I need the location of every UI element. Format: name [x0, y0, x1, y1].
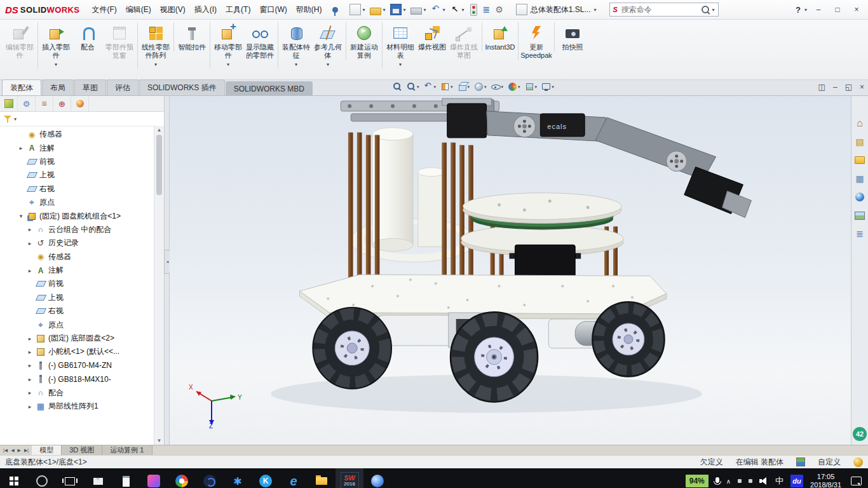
menu-item[interactable]: 视图(V): [156, 2, 190, 18]
microphone-icon[interactable]: [715, 477, 719, 483]
expand-arrow-icon[interactable]: ▸: [27, 268, 33, 274]
taskpane-button[interactable]: [854, 136, 865, 147]
taskpane-button[interactable]: [854, 191, 865, 203]
panel-tab-icon[interactable]: [36, 97, 53, 111]
netdisk-app[interactable]: ✱: [224, 468, 252, 488]
chevron-down-icon[interactable]: ▾: [804, 7, 807, 13]
tree-item[interactable]: ▸ (-) GB6170-M4-ZN: [0, 359, 164, 372]
ribbon-button[interactable]: 新建运动算例: [346, 22, 380, 60]
panel-tab-icon[interactable]: [18, 97, 36, 111]
pin-icon[interactable]: [332, 7, 338, 13]
menu-item[interactable]: 窗口(W): [255, 2, 291, 18]
tree-item[interactable]: 前视: [0, 277, 164, 290]
expand-arrow-icon[interactable]: ▾: [18, 213, 24, 219]
panel-tab-icon[interactable]: [0, 97, 18, 111]
taskpane-button[interactable]: [854, 228, 865, 240]
tree-item[interactable]: ▸ 注解: [0, 141, 164, 154]
expand-arrow-icon[interactable]: ▸: [27, 349, 33, 355]
tree-item[interactable]: 传感器: [0, 250, 164, 264]
ribbon-button[interactable]: 装配体特征 ▾: [278, 22, 312, 69]
ribbon-button[interactable]: 材料明细表 ▾: [382, 22, 416, 69]
color-app[interactable]: [140, 468, 168, 488]
action-center-icon[interactable]: [851, 477, 862, 485]
ribbon-button[interactable]: 线性零部件阵列 ▾: [137, 22, 172, 69]
tab-nav-arrow-icon[interactable]: |◀: [3, 448, 8, 453]
hud-button[interactable]: ▾: [474, 82, 487, 92]
menu-item[interactable]: 工具(T): [221, 2, 255, 18]
expand-arrow-icon[interactable]: ▸: [27, 226, 33, 233]
hud-button[interactable]: [393, 82, 402, 92]
notes-app[interactable]: [112, 468, 140, 488]
command-tab[interactable]: 布局: [42, 79, 74, 95]
toolbar-button[interactable]: ▾: [408, 3, 428, 16]
taskpane-button[interactable]: [854, 173, 865, 184]
tree-item[interactable]: ▸ 云台组合 中的配合: [0, 223, 164, 236]
hud-button[interactable]: ▾: [508, 82, 520, 92]
menu-item[interactable]: 帮助(H): [292, 2, 327, 18]
ribbon-button[interactable]: 智能扣件: [173, 22, 208, 51]
ribbon-button[interactable]: 参考几何体 ▾: [312, 22, 344, 69]
expand-arrow-icon[interactable]: ▸: [27, 362, 33, 369]
toolbar-button[interactable]: ▾: [367, 3, 388, 17]
document-title[interactable]: 总体装配体1.SL... ▾: [512, 3, 600, 17]
taskpane-button[interactable]: [854, 210, 865, 221]
toolbar-button[interactable]: ▾: [447, 3, 466, 16]
doc-minimize-icon[interactable]: –: [833, 83, 837, 92]
bottom-tab[interactable]: 模型: [32, 445, 62, 455]
tree-item[interactable]: 原点: [0, 318, 164, 331]
ribbon-button[interactable]: 配合: [72, 22, 104, 51]
tree-item[interactable]: ▸ (固定) 底部圆盘<2>: [0, 332, 164, 345]
tray-icon[interactable]: [749, 479, 752, 483]
tree-item[interactable]: 右视: [0, 304, 164, 318]
tree-item[interactable]: ▸ 历史记录: [0, 236, 164, 250]
command-tab[interactable]: 草图: [74, 79, 106, 95]
tree-item[interactable]: 原点: [0, 196, 164, 209]
tree-item[interactable]: 传感器: [0, 128, 164, 141]
hud-button[interactable]: ▾: [424, 82, 437, 92]
command-tab[interactable]: SOLIDWORKS 插件: [139, 79, 225, 95]
ribbon-button[interactable]: 插入零部件 ▾: [37, 22, 72, 69]
ribbon-button[interactable]: 更新Speedpak: [518, 22, 552, 60]
bottom-tab[interactable]: 运动算例 1: [102, 445, 152, 455]
tree-item[interactable]: ▸ 注解: [0, 264, 164, 277]
search-input[interactable]: [620, 4, 700, 15]
ribbon-button[interactable]: 爆炸视图: [416, 22, 448, 51]
window-minimize-icon[interactable]: –: [811, 5, 826, 14]
ribbon-button[interactable]: 移动零部件 ▾: [210, 22, 244, 69]
options-gear-icon[interactable]: ⚙: [495, 4, 503, 15]
mail-app[interactable]: [84, 468, 112, 488]
command-search[interactable]: S ▾: [609, 3, 719, 17]
toolbar-button[interactable]: ▾: [347, 3, 367, 17]
status-ball-icon[interactable]: [853, 458, 863, 467]
command-tab[interactable]: 装配体: [2, 79, 41, 95]
tree-item[interactable]: 前视: [0, 155, 164, 168]
scrollbar-thumb[interactable]: [156, 135, 162, 195]
baidu-ime-icon[interactable]: du: [790, 475, 803, 487]
window-maximize-icon[interactable]: □: [830, 5, 845, 14]
command-tab[interactable]: SOLIDWORKS MBD: [226, 81, 313, 95]
tree-item[interactable]: ▸ 局部线性阵列1: [0, 400, 164, 413]
expand-arrow-icon[interactable]: ▸: [27, 403, 33, 410]
tab-nav-arrow-icon[interactable]: ▶: [17, 448, 22, 453]
toolbar-button[interactable]: ▾: [428, 3, 447, 16]
hud-button[interactable]: ▾: [407, 82, 419, 92]
help-icon[interactable]: ?: [796, 5, 801, 15]
tree-scrollbar[interactable]: ▲ ▼: [154, 126, 164, 445]
task-view-button[interactable]: [56, 468, 84, 488]
tree-item[interactable]: ▸ (-) GB818-M4X10-: [0, 372, 164, 386]
command-tab[interactable]: 评估: [107, 79, 139, 95]
window-close-icon[interactable]: ×: [849, 5, 864, 14]
browser-circle-app[interactable]: [363, 468, 391, 488]
panel-tab-icon[interactable]: [53, 97, 71, 111]
menu-item[interactable]: 文件(F): [87, 2, 121, 18]
start-button[interactable]: [0, 468, 28, 488]
hud-button[interactable]: ▾: [440, 82, 453, 92]
selection-filter-icon[interactable]: [470, 4, 477, 16]
ribbon-button[interactable]: 零部件预览窗: [104, 22, 135, 60]
panel-tab-icon[interactable]: [71, 97, 89, 111]
filter-icon[interactable]: [3, 114, 12, 123]
dark-circle-app[interactable]: [196, 468, 224, 488]
menu-item[interactable]: 插入(I): [190, 2, 221, 18]
hud-button[interactable]: ▾: [458, 82, 470, 92]
ribbon-button[interactable]: 拍快照: [554, 22, 588, 51]
